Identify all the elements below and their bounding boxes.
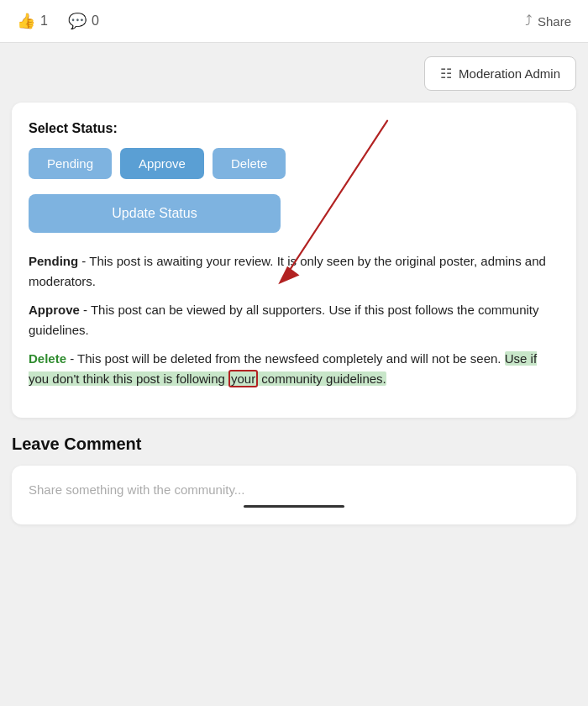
post-actions: 👍 1 💬 0 <box>17 12 99 30</box>
comments-action[interactable]: 💬 0 <box>68 12 99 30</box>
mod-admin-row: ☷ Moderation Admin <box>0 56 588 103</box>
thumbs-up-icon: 👍 <box>17 12 35 30</box>
red-box-annotation: your <box>228 370 258 387</box>
approve-description: Approve - This post can be viewed by all… <box>29 300 559 340</box>
delete-term: Delete <box>29 351 66 366</box>
pending-text: - This post is awaiting your review. It … <box>29 254 546 288</box>
select-status-label: Select Status: <box>29 121 559 136</box>
moderation-card: Select Status: Pending Approve Delete Up… <box>12 103 576 418</box>
moderation-card-wrapper: Select Status: Pending Approve Delete Up… <box>0 103 588 418</box>
leave-comment-title: Leave Comment <box>12 435 576 454</box>
pending-button[interactable]: Pending <box>29 148 112 179</box>
delete-button[interactable]: Delete <box>213 148 286 179</box>
moderation-admin-button[interactable]: ☷ Moderation Admin <box>424 56 576 91</box>
share-icon: ⤴ <box>525 13 533 29</box>
pending-term: Pending <box>29 254 78 268</box>
update-status-button[interactable]: Update Status <box>29 194 281 233</box>
leave-comment-section: Leave Comment Share something with the c… <box>12 435 576 524</box>
likes-action[interactable]: 👍 1 <box>17 12 48 30</box>
comment-icon: 💬 <box>68 12 87 30</box>
spacer <box>0 43 588 56</box>
share-label: Share <box>538 14 571 29</box>
approve-term: Approve <box>29 303 80 317</box>
mod-admin-label: Moderation Admin <box>459 66 560 81</box>
status-buttons-group: Pending Approve Delete <box>29 148 559 179</box>
delete-description: Delete - This post will be deleted from … <box>29 349 559 389</box>
comment-placeholder: Share something with the community... <box>29 482 244 497</box>
comment-underline <box>244 505 344 508</box>
comment-input-box[interactable]: Share something with the community... <box>12 466 576 524</box>
pending-description: Pending - This post is awaiting your rev… <box>29 251 559 292</box>
sliders-icon: ☷ <box>440 66 452 82</box>
delete-text-before: - This post will be deleted from the new… <box>66 351 505 366</box>
comments-count: 0 <box>92 13 99 29</box>
likes-count: 1 <box>40 13 48 29</box>
approve-button[interactable]: Approve <box>120 148 204 179</box>
share-button[interactable]: ⤴ Share <box>525 13 571 29</box>
status-descriptions: Pending - This post is awaiting your rev… <box>29 251 559 389</box>
top-bar: 👍 1 💬 0 ⤴ Share <box>0 0 588 43</box>
approve-text: - This post can be viewed by all support… <box>29 303 538 337</box>
